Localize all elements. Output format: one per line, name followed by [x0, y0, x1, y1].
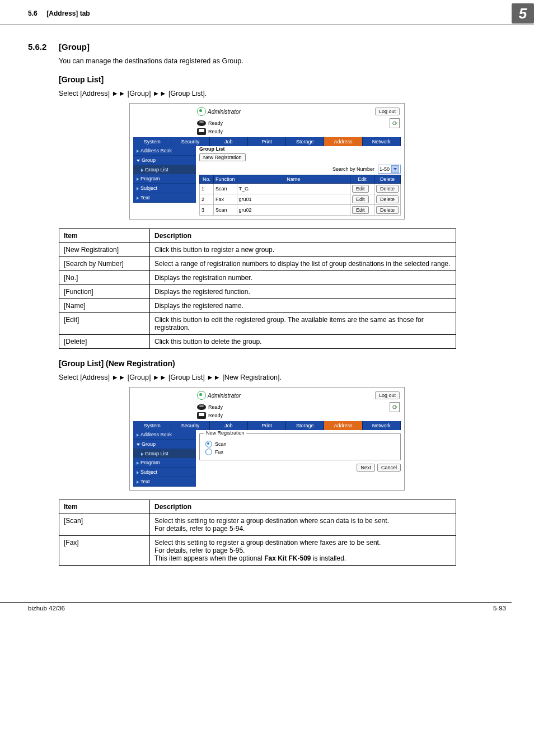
- caret-icon: [141, 169, 143, 172]
- new-registration-button[interactable]: New Registration: [199, 153, 246, 161]
- sidebar-addressbook[interactable]: Address Book: [133, 430, 196, 440]
- radio-scan[interactable]: [205, 441, 212, 447]
- newreg-fieldset: New Registration Scan Fax: [199, 433, 401, 460]
- col-item: Item: [59, 229, 150, 243]
- col-name: Name: [237, 175, 350, 184]
- table-row: 2 Fax gru01 Edit Delete: [200, 194, 401, 205]
- sidebar-group[interactable]: Group: [133, 440, 196, 449]
- caret-icon: [137, 197, 139, 200]
- radio-fax-row[interactable]: Fax: [205, 449, 395, 455]
- ready-printer: Ready: [208, 413, 223, 418]
- caret-icon: [141, 452, 143, 456]
- tab-bar: System Security Job Print Storage Addres…: [133, 137, 401, 146]
- delete-button[interactable]: Delete: [376, 195, 399, 203]
- col-function: Function: [214, 175, 237, 184]
- caret-icon: [137, 471, 139, 474]
- edit-button[interactable]: Edit: [352, 206, 369, 214]
- printer-icon: [197, 128, 206, 135]
- printer-icon: [197, 412, 206, 419]
- footer-page-number: 5-93: [493, 605, 506, 612]
- radio-fax[interactable]: [205, 449, 212, 455]
- admin-icon: [197, 391, 206, 400]
- disk-icon: [197, 404, 206, 410]
- tab-job[interactable]: Job: [210, 421, 248, 430]
- sidebar-text[interactable]: Text: [133, 193, 196, 203]
- grouplist-nav: Select [Address] ►► [Group] ►► [Group Li…: [59, 90, 506, 97]
- col-no: No.: [200, 175, 214, 184]
- refresh-icon[interactable]: [390, 118, 400, 128]
- refresh-icon[interactable]: [390, 402, 400, 412]
- tab-address[interactable]: Address: [324, 137, 362, 146]
- newreg-description-table: Item Description [Scan] Select this sett…: [59, 500, 456, 566]
- grouplist-new-heading: [Group List] (New Registration): [59, 359, 506, 368]
- tab-system[interactable]: System: [133, 421, 171, 430]
- grouplist-screenshot: Administrator Log out Ready Ready System…: [129, 103, 405, 220]
- edit-button[interactable]: Edit: [352, 195, 369, 203]
- sidebar-group[interactable]: Group: [133, 156, 196, 165]
- tab-system[interactable]: System: [133, 137, 171, 146]
- radio-scan-row[interactable]: Scan: [205, 441, 395, 447]
- caret-icon: [137, 480, 139, 484]
- section-title: [Group]: [59, 42, 90, 52]
- section-number: 5.6.2: [28, 42, 59, 52]
- table-row: 1 Scan T_G Edit Delete: [200, 184, 401, 194]
- page-header: 5.6 [Address] tab 5: [0, 0, 534, 25]
- table-row: 3 Scan gru02 Edit Delete: [200, 205, 401, 216]
- tab-security[interactable]: Security: [171, 421, 209, 430]
- sidebar-subject[interactable]: Subject: [133, 468, 196, 477]
- tab-print[interactable]: Print: [248, 421, 286, 430]
- caret-icon: [137, 178, 139, 181]
- edit-button[interactable]: Edit: [352, 185, 369, 193]
- tab-security[interactable]: Security: [171, 137, 209, 146]
- tab-print[interactable]: Print: [248, 137, 286, 146]
- delete-button[interactable]: Delete: [376, 206, 399, 214]
- chapter-number-badge: 5: [512, 3, 534, 24]
- newreg-screenshot: Administrator Log out Ready Ready System…: [129, 387, 405, 491]
- chevron-down-icon: [137, 444, 140, 446]
- tab-storage[interactable]: Storage: [286, 421, 324, 430]
- next-button[interactable]: Next: [357, 464, 375, 472]
- ready-printer: Ready: [208, 129, 223, 134]
- footer-product: bizhub 42/36: [28, 605, 65, 612]
- sidebar-program[interactable]: Program: [133, 458, 196, 468]
- search-range-value: 1-50: [380, 166, 390, 172]
- sidebar-subject[interactable]: Subject: [133, 184, 196, 193]
- grouplist-description-table: Item Description [New Registration]Click…: [59, 228, 456, 349]
- cancel-button[interactable]: Cancel: [377, 464, 401, 472]
- col-delete: Delete: [374, 175, 400, 184]
- fieldset-title: New Registration: [204, 430, 246, 436]
- sidebar-grouplist[interactable]: Group List: [133, 165, 196, 174]
- tab-job[interactable]: Job: [210, 137, 248, 146]
- chevron-down-icon: [137, 160, 140, 162]
- panel-title: Group List: [199, 146, 401, 152]
- radio-scan-label: Scan: [215, 441, 227, 447]
- ready-disk: Ready: [208, 404, 223, 410]
- admin-label: Administrator: [208, 109, 241, 115]
- grouplist-table: No. Function Name Edit Delete 1 Scan T_G…: [199, 175, 401, 216]
- search-by-number-label: Search by Number: [332, 166, 374, 172]
- ready-disk: Ready: [208, 120, 223, 126]
- tab-network[interactable]: Network: [363, 137, 401, 146]
- caret-icon: [137, 433, 139, 437]
- grouplist-heading: [Group List]: [59, 75, 506, 84]
- disk-icon: [197, 120, 206, 126]
- sidebar-program[interactable]: Program: [133, 174, 196, 184]
- admin-label: Administrator: [208, 393, 241, 399]
- sidebar-addressbook[interactable]: Address Book: [133, 146, 196, 156]
- tab-address[interactable]: Address: [324, 421, 362, 430]
- header-section-num: 5.6: [28, 10, 38, 17]
- search-range-select[interactable]: 1-50: [378, 165, 401, 174]
- col-edit: Edit: [350, 175, 374, 184]
- sidebar-grouplist[interactable]: Group List: [133, 449, 196, 458]
- col-item: Item: [59, 500, 150, 514]
- tab-storage[interactable]: Storage: [286, 137, 324, 146]
- section-intro: You can manage the destinations data reg…: [59, 57, 506, 65]
- sidebar-text[interactable]: Text: [133, 477, 196, 487]
- tab-network[interactable]: Network: [363, 421, 401, 430]
- sidebar: Address Book Group Group List Program Su…: [133, 146, 196, 216]
- logout-button[interactable]: Log out: [375, 391, 400, 399]
- delete-button[interactable]: Delete: [376, 185, 399, 193]
- header-tab-title: [Address] tab: [46, 10, 90, 17]
- grouplist-new-nav: Select [Address] ►► [Group] ►► [Group Li…: [59, 374, 506, 381]
- logout-button[interactable]: Log out: [375, 108, 400, 115]
